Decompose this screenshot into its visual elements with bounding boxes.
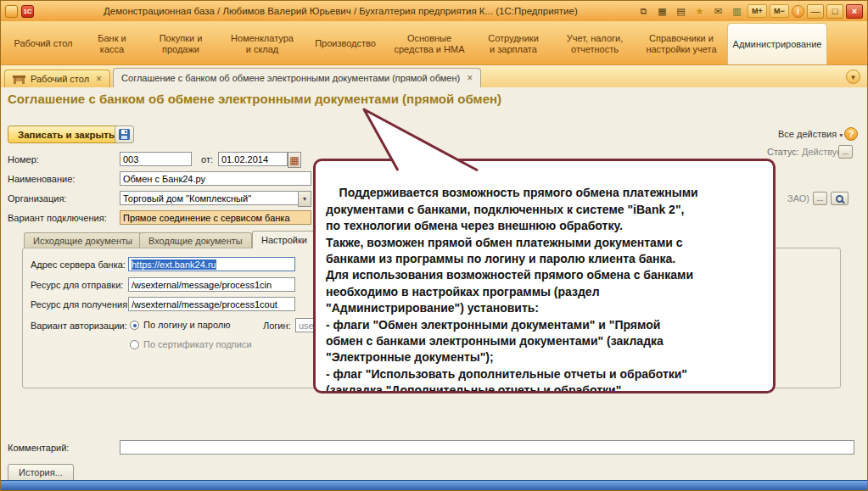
bank-value-fragment: ЗАО) (787, 193, 809, 204)
window-maximize-button[interactable]: □ (826, 4, 843, 19)
calendar-toolbar-icon[interactable]: ▦ (654, 4, 670, 19)
connection-variant-label: Вариант подключения: (8, 213, 107, 223)
auth-login-radio-label: По логину и паролю (143, 320, 230, 330)
tab-close-icon[interactable]: × (467, 72, 473, 84)
selected-text: https://ext.bank24.ru (132, 259, 216, 270)
section-ribbon: Рабочий стол Банк и касса Покупки и прод… (1, 21, 867, 65)
save-and-close-button[interactable]: Записать и закрыть (8, 126, 125, 143)
comment-label: Комментарий: (8, 443, 69, 453)
help-button[interactable]: ? (844, 127, 858, 141)
tab-list-button[interactable]: ▾ (846, 70, 860, 84)
mail-icon[interactable]: ✉ (710, 4, 726, 19)
doc-tabbar: Рабочий стол × Соглашение с банком об об… (1, 66, 867, 87)
auth-cert-radio-label: По сертификату подписи (143, 339, 252, 349)
service-table-icon[interactable]: ▥ (729, 4, 745, 19)
bank-ellipsis-button[interactable]: ... (813, 192, 827, 205)
date-input[interactable]: 01.02.2014 (218, 152, 288, 166)
tab-incoming-documents[interactable]: Входящие документы (139, 232, 252, 248)
window-bottom-bar (1, 480, 867, 490)
memory-plus-button[interactable]: M+ (748, 4, 767, 18)
organization-label: Организация: (8, 193, 66, 204)
section-tab-bank-cash[interactable]: Банк и касса (82, 23, 142, 64)
document-icon (5, 5, 18, 18)
organization-dropdown-button[interactable]: ▾ (298, 191, 311, 207)
section-tab-accounting-taxes[interactable]: Учет, налоги, отчетность (554, 23, 636, 64)
date-label: от: (201, 154, 213, 165)
doc-tab-label: Соглашение с банком об обмене электронны… (121, 73, 460, 83)
server-address-input[interactable]: https://ext.bank24.ru (128, 257, 295, 271)
doc-tab-label: Рабочий стол (31, 74, 89, 84)
auth-login-radio[interactable]: По логину и паролю (130, 320, 230, 330)
app-logo-icon: 1С (21, 5, 34, 18)
search-icon (836, 195, 843, 203)
doc-tab-agreement[interactable]: Соглашение с банком об обмене электронны… (113, 68, 481, 87)
radio-selected-icon (130, 321, 139, 330)
section-tab-fixed-assets[interactable]: Основные средства и НМА (386, 23, 473, 64)
all-actions-label: Все действия (778, 129, 837, 139)
copy-icon[interactable]: ⧉ (636, 4, 652, 19)
calendar-icon: ▦ (289, 156, 299, 165)
comment-input[interactable] (120, 440, 854, 455)
section-tab-administration[interactable]: Администрирование (727, 23, 827, 64)
annotation-callout: Поддерживается возможность прямого обмен… (313, 159, 776, 393)
organization-input[interactable]: Торговый дом "Комплексный" (120, 191, 299, 205)
save-button[interactable] (115, 126, 134, 143)
doc-tab-desktop[interactable]: Рабочий стол × (4, 70, 110, 87)
number-input[interactable]: 003 (120, 152, 192, 166)
memory-minus-button[interactable]: M− (770, 4, 789, 18)
tab-close-icon[interactable]: × (96, 73, 102, 85)
section-tab-production[interactable]: Производство (306, 23, 384, 64)
login-label: Логин: (263, 321, 291, 331)
info-icon[interactable]: i (792, 5, 804, 18)
window-title: Демонстрационная база / Любимов Валерий … (104, 6, 578, 16)
floppy-icon (119, 129, 130, 140)
section-tab-inventory[interactable]: Номенклатура и склад (220, 23, 305, 64)
receive-resource-input[interactable]: /wsexternal/message/process1cout (128, 297, 295, 311)
server-address-label: Адрес сервера банка: (31, 259, 126, 270)
history-button[interactable]: История... (8, 464, 74, 481)
callout-text: Поддерживается возможность прямого обмен… (326, 186, 698, 393)
favorites-star-icon[interactable]: ★ (692, 4, 708, 19)
number-label: Номер: (8, 154, 39, 165)
tab-outgoing-documents[interactable]: Исходящие документы (24, 232, 142, 248)
name-label: Наименование: (8, 174, 75, 184)
chevron-down-icon: ▾ (303, 195, 306, 203)
auth-variant-label: Вариант авторизации: (31, 321, 127, 331)
auth-cert-radio[interactable]: По сертификату подписи (130, 339, 252, 349)
calendar-picker-button[interactable]: ▦ (288, 152, 301, 168)
callout-tail (330, 94, 517, 179)
desk-icon (13, 75, 25, 84)
receive-resource-label: Ресурс для получения: (31, 299, 130, 310)
window-close-button[interactable]: × (846, 4, 863, 19)
status-label: Статус: (767, 147, 799, 157)
section-tab-desktop[interactable]: Рабочий стол (6, 23, 81, 64)
window-minimize-button[interactable]: — (807, 4, 824, 19)
section-tab-staff-salary[interactable]: Сотрудники и зарплата (474, 23, 552, 64)
app-window: 1С Демонстрационная база / Любимов Валер… (0, 0, 868, 491)
status-ellipsis-button[interactable]: ... (838, 145, 853, 159)
calculator-icon[interactable]: ▤ (673, 4, 689, 19)
connection-variant-input[interactable]: Прямое соединение с сервисом банка (120, 210, 311, 225)
send-resource-input[interactable]: /wsexternal/message/process1cin (128, 277, 295, 292)
bank-search-button[interactable] (831, 192, 848, 205)
all-actions-button[interactable]: Все действия ▾ (778, 129, 843, 139)
send-resource-label: Ресурс для отправки: (31, 280, 123, 290)
name-input[interactable]: Обмен с Банк24.ру (120, 171, 311, 186)
titlebar: 1С Демонстрационная база / Любимов Валер… (1, 1, 867, 21)
chevron-down-icon: ▾ (839, 131, 843, 139)
section-tab-purchases-sales[interactable]: Покупки и продажи (143, 23, 218, 64)
section-tab-references[interactable]: Справочники и настройки учета (637, 23, 725, 64)
radio-unselected-icon (130, 340, 139, 349)
